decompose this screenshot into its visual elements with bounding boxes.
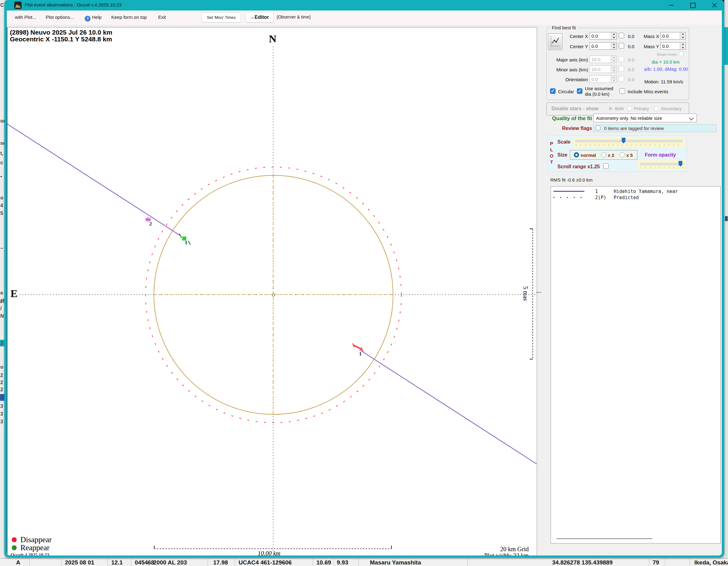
major-axis-spinner[interactable] [611, 56, 616, 63]
center-x-flag-checkbox[interactable] [619, 33, 624, 38]
center-x-spinner[interactable] [611, 32, 616, 39]
spin-up-icon[interactable] [611, 76, 616, 79]
background-text-fragment: ▪ [0, 174, 4, 180]
mas-scale-label: 5 mas [522, 283, 529, 305]
spin-up-icon[interactable] [611, 32, 616, 36]
size-x5-radio[interactable] [620, 152, 625, 158]
spin-down-icon[interactable] [680, 46, 685, 50]
orientation-flag-checkbox[interactable] [619, 76, 624, 82]
review-flags-checkbox[interactable] [596, 126, 600, 130]
orientation-input[interactable]: 0.0 [590, 75, 617, 83]
circular-checkbox[interactable] [550, 88, 556, 94]
double-secondary-label: Secondary [661, 106, 682, 111]
spin-down-icon[interactable] [611, 59, 616, 63]
shape-model-checkbox[interactable] [679, 52, 684, 56]
diameter-readout: dia = 10.0 km [648, 59, 683, 65]
major-axis-label: Major axis (km) [555, 57, 588, 62]
spin-down-icon[interactable] [611, 79, 616, 83]
mass-y-spinner[interactable] [680, 43, 685, 49]
set-miss-times-button[interactable]: Set 'Miss' Times [201, 12, 241, 23]
scale-slider[interactable] [573, 137, 685, 147]
center-y-spinner[interactable] [611, 43, 616, 49]
axis-tick [536, 292, 541, 293]
menu-with-plot[interactable]: with Plot... [15, 15, 36, 20]
scale-slider-thumb[interactable] [622, 138, 625, 144]
scroll-range-label: Scroll range x1.25 [557, 164, 600, 170]
background-window-right-edge [724, 0, 728, 566]
include-miss-checkbox[interactable] [620, 88, 625, 94]
spin-up-icon[interactable] [611, 56, 616, 59]
center-x-label: Center X [555, 34, 588, 39]
table-cell-divider [665, 559, 665, 566]
form-opacity-label: Form opacity [645, 152, 676, 158]
window-title: Plot event observations : Occult v.4.202… [25, 2, 121, 7]
double-primary-radio[interactable] [627, 106, 632, 111]
size-x5-label: x 5 [626, 153, 633, 158]
app-icon [14, 2, 22, 9]
table-cell: 79 [653, 559, 659, 566]
chord-segment-pre [7, 124, 181, 236]
table-cell: 12.1 [111, 559, 123, 566]
observation-list[interactable]: 1 Hidehito Yamamura, near 2(P) Predicted [551, 186, 721, 543]
scroll-range-checkbox[interactable] [603, 163, 609, 169]
double-secondary-radio[interactable] [654, 106, 659, 111]
circular-label: Circular [558, 89, 574, 94]
title-bar[interactable]: Plot event observations : Occult v.4.202… [4, 0, 724, 11]
quality-dropdown[interactable]: Astrometry only. No reliable size [593, 114, 697, 122]
size-normal-radio[interactable] [574, 152, 579, 158]
form-opacity-slider[interactable] [638, 160, 686, 170]
spin-down-icon[interactable] [611, 46, 616, 50]
size-x2-label: x 2 [608, 153, 614, 158]
background-text-fragment: t, [0, 151, 4, 156]
table-cell-divider [358, 559, 359, 566]
spin-down-icon[interactable] [680, 36, 685, 40]
slider-track[interactable] [575, 140, 682, 142]
menu-exit[interactable]: Exit [158, 15, 166, 20]
mass-x-spinner[interactable] [680, 32, 685, 39]
help-icon [85, 16, 91, 22]
minor-axis-input[interactable]: 10.0 [590, 66, 617, 73]
orientation-spinner[interactable] [611, 76, 616, 82]
major-axis-input[interactable]: 10.0 [590, 56, 617, 63]
plot-canvas[interactable]: (2898) Neuvo 2025 Jul 26 10.0 km Geocent… [7, 27, 537, 555]
minimize-button[interactable] [664, 1, 678, 9]
horizontal-scrollbar[interactable] [557, 538, 652, 539]
menu-keep-on-top[interactable]: Keep form on top [111, 15, 147, 20]
background-text-fragment: 3 [0, 403, 4, 409]
observation-id: 2(P) [595, 195, 606, 201]
maximize-button[interactable] [686, 1, 700, 9]
mass-y-input[interactable]: 0.0 [660, 42, 686, 50]
size-normal-label: normal [581, 153, 596, 158]
spin-up-icon[interactable] [611, 43, 616, 46]
editor-button[interactable]: →Editor [245, 12, 273, 23]
spin-down-icon[interactable] [611, 69, 616, 73]
background-text-fragment: 4 [0, 203, 4, 209]
spin-up-icon[interactable] [680, 43, 685, 46]
minor-axis-spinner[interactable] [611, 66, 616, 73]
use-assumed-dia-checkbox[interactable] [577, 88, 582, 94]
observation-row[interactable]: 2(P) Predicted [551, 195, 720, 201]
spin-up-icon[interactable] [680, 32, 685, 36]
mass-x-input[interactable]: 0.0 [660, 32, 686, 40]
center-x-input[interactable]: 0.0 [590, 32, 617, 40]
double-both-radio[interactable] [608, 106, 613, 111]
disappear-marker[interactable] [353, 343, 363, 351]
menu-plot-options[interactable]: Plot options... [46, 15, 74, 20]
plot-controls-panel: PLOT Scale Size normal x 2 x 5 Form [548, 135, 687, 172]
center-y-input[interactable]: 0.0 [590, 42, 617, 50]
review-flags-field[interactable]: 0 items are tagged for review [593, 125, 716, 132]
double-stars-title: Double stars - show [552, 106, 599, 112]
minor-axis-flag-checkbox[interactable] [619, 66, 624, 72]
slider-track[interactable] [640, 163, 684, 165]
spin-down-icon[interactable] [611, 36, 616, 40]
size-x2-radio[interactable] [601, 152, 606, 158]
reappear-dot-icon [12, 545, 17, 550]
minor-axis-label: Minor axis (km) [555, 67, 588, 72]
opacity-slider-thumb[interactable] [679, 161, 682, 167]
spin-up-icon[interactable] [611, 66, 616, 69]
menu-help[interactable]: Help [85, 15, 102, 22]
major-axis-flag-checkbox[interactable] [619, 56, 624, 62]
close-button[interactable] [707, 1, 722, 9]
observation-row[interactable]: 1 Hidehito Yamamura, near [551, 188, 720, 195]
center-y-flag-checkbox[interactable] [619, 43, 624, 49]
